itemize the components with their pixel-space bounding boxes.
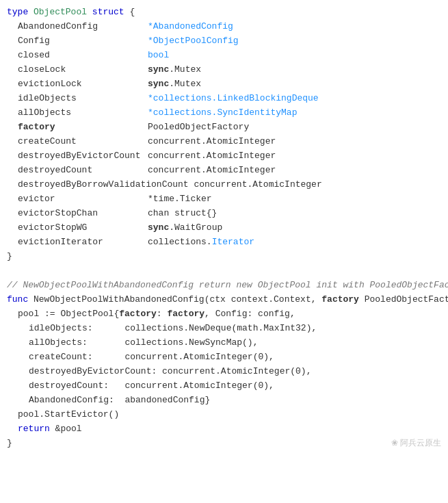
line-field-closelock: closeLock sync.Mutex [0,63,448,77]
line-func-decl: func NewObjectPoolWithAbandonedConfig(ct… [0,293,448,307]
line-field-config: Config *ObjectPoolConfig [0,34,448,49]
line-field-closed: closed bool [0,49,448,63]
line-pool-init: pool := ObjectPool{factory: factory, Con… [0,307,448,322]
line-field-evictorstopchan: evictorStopChan chan struct{} [0,207,448,221]
line-field-idleobjects: idleObjects *collections.LinkedBlockingD… [0,92,448,106]
line-field-destroyedcount: destroyedCount concurrent.AtomicInteger [0,164,448,178]
line-pool-abandonedconfig: AbandonedConfig: abandonedConfig} [0,394,448,408]
line-pool-startevictor: pool.StartEvictor() [0,408,448,422]
code-container: type ObjectPool struct { AbandonedConfig… [0,0,448,456]
line-field-evictor: evictor *time.Ticker [0,192,448,207]
keyword-type: type [7,5,34,20]
line-pool-createcount: createCount: concurrent.AtomicInteger(0)… [0,350,448,365]
line-field-evictioniterator: evictionIterator collections.Iterator [0,235,448,250]
line-field-factory: factory PooledObjectFactory [0,120,448,135]
line-func-close: } [0,437,448,451]
line-field-evictorStopwg: evictorStopWG sync.WaitGroup [0,221,448,235]
line-return: return &pool [0,422,448,437]
line-pool-allobjects: allObjects: collections.NewSyncMap(), [0,336,448,350]
line-field-destroyedbyevictorcount: destroyedByEvictorCount concurrent.Atomi… [0,149,448,164]
line-field-createcount: createCount concurrent.AtomicInteger [0,135,448,149]
line-field-allobjects: allObjects *collections.SyncIdentityMap [0,106,448,120]
line-pool-idleobjects: idleObjects: collections.NewDeque(math.M… [0,322,448,336]
line-field-destroyedbyborrowvalidationcount: destroyedByBorrowValidationCount concurr… [0,178,448,192]
line-blank [0,264,448,279]
line-pool-destroyedcount: destroyedCount: concurrent.AtomicInteger… [0,379,448,394]
line-struct-header: type ObjectPool struct { [0,5,448,20]
line-comment: // NewObjectPoolWithAbandonedConfig retu… [0,279,448,293]
line-struct-close: } [0,250,448,264]
line-field-abandonedconfig: AbandonedConfig *AbandonedConfig [0,20,448,34]
line-pool-destroyedbyevictorcount: destroyedByEvictorCount: concurrent.Atom… [0,365,448,379]
line-field-evictionlock: evictionLock sync.Mutex [0,77,448,92]
watermark: ❀ 阿兵云原生 [391,437,441,450]
